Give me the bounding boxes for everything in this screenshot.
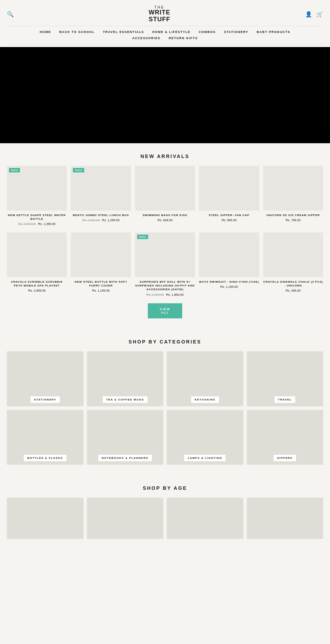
nav-back-to-school[interactable]: BACK TO SCHOOL xyxy=(59,30,95,34)
search-icon[interactable]: 🔍 xyxy=(7,11,14,18)
product-name: BENTO JUMBO STEEL LUNCH BOX xyxy=(71,213,131,217)
categories-grid: STATIONERY TEA & COFFEE MUGS KEYCHAINS T… xyxy=(7,351,323,465)
category-notebooks[interactable]: NOTEBOOKS & PLANNERS xyxy=(87,410,164,465)
sale-badge: Sale xyxy=(73,168,84,172)
product-price: Rs. 895.00 xyxy=(199,218,259,222)
category-travel[interactable]: TRAVEL xyxy=(247,351,323,406)
category-label-text: NOTEBOOKS & PLANNERS xyxy=(98,455,152,461)
price-sale: Rs. 1,399.00 xyxy=(38,222,55,226)
product-price: Rs. 649.00 xyxy=(135,218,195,222)
category-label: TEA & COFFEE MUGS xyxy=(87,396,164,403)
nav-accessories[interactable]: ACCESSORIES xyxy=(132,36,161,40)
product-name: CRAYOLA SIDEWALK CHALK (3 PCS) - UNICORN xyxy=(263,280,323,287)
age-card[interactable] xyxy=(7,498,84,539)
cart-icon[interactable]: 🛒 xyxy=(316,11,323,18)
category-tea-coffee[interactable]: TEA & COFFEE MUGS xyxy=(87,351,164,406)
product-card[interactable]: STEEL SIPPER- FAN CAP Rs. 895.00 xyxy=(199,166,259,226)
product-card[interactable]: CRAYOLA SIDEWALK CHALK (3 PCS) - UNICORN… xyxy=(263,233,323,296)
product-image xyxy=(263,233,323,277)
categories-title: SHOP BY CATEGORIES xyxy=(7,339,323,344)
nav-secondary: ACCESSORIES RETURN GIFTS xyxy=(7,35,323,41)
age-card[interactable] xyxy=(167,498,243,539)
categories-section: SHOP BY CATEGORIES STATIONERY TEA & COFF… xyxy=(0,329,330,475)
price-sale: Rs. 2,999.00 xyxy=(28,289,46,292)
shop-by-age-section: SHOP BY AGE xyxy=(0,475,330,549)
product-card[interactable]: UNICORN 3D ICE CREAM SIPPER Rs. 799.00 xyxy=(263,166,323,226)
product-name: NEW STEEL BOTTLE WITH SOFT FURRY COVER xyxy=(71,280,131,287)
main-nav: HOME BACK TO SCHOOL TRAVEL ESSENTIALS HO… xyxy=(7,26,323,44)
nav-home-lifestyle[interactable]: HOME & LIFESTYLE xyxy=(152,30,190,34)
product-card[interactable]: Sale SURPRISES BFF DOLL WITH 9+ SURPRISE… xyxy=(135,233,195,296)
price-sale: Rs. 649.00 xyxy=(157,218,173,222)
category-label-text: STATIONERY xyxy=(31,396,60,403)
price-sale: Rs. 1,199.00 xyxy=(220,285,238,289)
category-keychains[interactable]: KEYCHAINS xyxy=(167,351,243,406)
category-label: KEYCHAINS xyxy=(167,396,243,403)
product-image xyxy=(7,233,67,277)
nav-home[interactable]: HOME xyxy=(40,30,51,34)
product-name: UNICORN 3D ICE CREAM SIPPER xyxy=(263,213,323,217)
category-label-text: TRAVEL xyxy=(275,396,295,403)
category-label: STATIONERY xyxy=(7,396,84,403)
product-price: Rs. 1,999.00 Rs. 1,800.00 xyxy=(135,293,195,296)
category-label-text: TEA & COFFEE MUGS xyxy=(103,396,147,403)
category-sippers[interactable]: SIPPERS xyxy=(247,410,323,465)
product-card[interactable]: SWIMMING BAGS FOR KIDS Rs. 649.00 xyxy=(135,166,195,226)
price-original: Rs. 1,599.00 xyxy=(18,222,36,226)
sale-badge: Sale xyxy=(9,168,20,172)
category-label-text: LAMPS & LIGHTING xyxy=(184,455,226,461)
product-price: Rs. 2,999.00 xyxy=(7,289,67,292)
view-all-button[interactable]: VIEW ALL xyxy=(148,303,182,318)
price-sale: Rs. 1,299.00 xyxy=(102,218,120,222)
logo: THE WRITE STUFF xyxy=(14,5,305,23)
header-top: 🔍 THE WRITE STUFF 👤 🛒 xyxy=(7,3,323,26)
product-price: Rs. 399.00 xyxy=(263,289,323,292)
product-image: Sale xyxy=(7,166,67,211)
product-name: BOYS SWIMSUIT - DINO CYAN (7186) xyxy=(199,280,259,284)
category-lamps[interactable]: LAMPS & LIGHTING xyxy=(167,410,243,465)
product-card[interactable]: BOYS SWIMSUIT - DINO CYAN (7186) Rs. 1,1… xyxy=(199,233,259,296)
price-original: Rs. 1,699.00 xyxy=(82,218,100,222)
category-label: NOTEBOOKS & PLANNERS xyxy=(87,455,164,461)
nav-combos[interactable]: COMBOS xyxy=(199,30,216,34)
product-image xyxy=(71,233,131,277)
age-card[interactable] xyxy=(87,498,164,539)
product-image xyxy=(199,166,259,211)
category-label-text: SIPPERS xyxy=(274,455,296,461)
price-sale: Rs. 895.00 xyxy=(222,218,237,222)
age-grid xyxy=(7,498,323,539)
product-image: Sale xyxy=(135,233,195,277)
product-name: NEW KETTLE SHAPE STEEL WATER BOTTLE xyxy=(7,213,67,221)
product-card[interactable]: Sale BENTO JUMBO STEEL LUNCH BOX Rs. 1,6… xyxy=(71,166,131,226)
account-icon[interactable]: 👤 xyxy=(305,11,312,18)
category-bottles[interactable]: BOTTLES & FLASKS xyxy=(7,410,84,465)
price-sale: Rs. 799.00 xyxy=(286,218,301,222)
product-card[interactable]: Sale NEW KETTLE SHAPE STEEL WATER BOTTLE… xyxy=(7,166,67,226)
nav-return-gifts[interactable]: RETURN GIFTS xyxy=(169,36,198,40)
product-price: Rs. 1,599.00 Rs. 1,399.00 xyxy=(7,222,67,226)
price-sale: Rs. 1,800.00 xyxy=(166,293,184,296)
category-stationery[interactable]: STATIONERY xyxy=(7,351,84,406)
product-price: Rs. 799.00 xyxy=(263,218,323,222)
category-label: TRAVEL xyxy=(247,396,323,403)
header-icons: 👤 🛒 xyxy=(305,11,323,18)
product-image xyxy=(199,233,259,277)
nav-stationery[interactable]: STATIONERY xyxy=(224,30,248,34)
product-price: Rs. 1,199.00 xyxy=(71,289,131,292)
price-original: Rs. 1,999.00 xyxy=(146,293,164,296)
age-card[interactable] xyxy=(247,498,323,539)
category-label: SIPPERS xyxy=(247,455,323,461)
product-card[interactable]: CRAYOLA SCRIBBLE SCRUBBIE PETS MOBILE SP… xyxy=(7,233,67,296)
product-price: Rs. 1,199.00 xyxy=(199,285,259,289)
nav-baby-products[interactable]: BABY PRODUCTS xyxy=(257,30,290,34)
category-label: LAMPS & LIGHTING xyxy=(167,455,243,461)
product-card[interactable]: NEW STEEL BOTTLE WITH SOFT FURRY COVER R… xyxy=(71,233,131,296)
category-label: BOTTLES & FLASKS xyxy=(7,455,84,461)
logo-main: WRITE STUFF xyxy=(14,9,305,23)
category-label-text: BOTTLES & FLASKS xyxy=(24,455,66,461)
product-image xyxy=(263,166,323,211)
new-arrivals-section: NEW ARRIVALS Sale NEW KETTLE SHAPE STEEL… xyxy=(0,143,330,329)
price-sale: Rs. 399.00 xyxy=(286,289,301,292)
nav-travel-essentials[interactable]: TRAVEL ESSENTIALS xyxy=(103,30,144,34)
hero-banner[interactable] xyxy=(0,47,330,143)
